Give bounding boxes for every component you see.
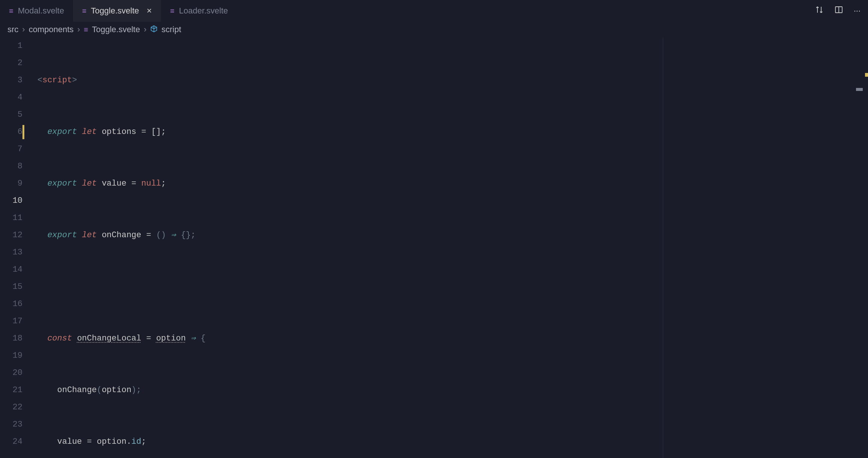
line-gutter: 1 2 3 4 5 6 7 8 9 10 11 12 13 14 15 16 1… (0, 37, 37, 458)
more-icon[interactable]: ··· (854, 6, 861, 16)
svelte-file-icon: ≡ (82, 7, 87, 15)
breadcrumb-segment[interactable]: src (7, 25, 18, 34)
tab-bar: ≡ Modal.svelte ≡ Toggle.svelte ✕ ≡ Loade… (0, 0, 868, 22)
chevron-right-icon: › (78, 25, 80, 34)
breadcrumb: src › components › ≡ Toggle.svelte › scr… (0, 22, 868, 37)
minimap-change-marker (865, 73, 868, 77)
svelte-file-icon: ≡ (84, 25, 88, 34)
breadcrumb-segment[interactable]: Toggle.svelte (92, 25, 140, 34)
chevron-right-icon: › (22, 25, 25, 34)
tab-label: Modal.svelte (18, 6, 64, 16)
close-icon[interactable]: ✕ (146, 7, 152, 15)
editor-ruler (663, 37, 663, 458)
tab-toggle[interactable]: ≡ Toggle.svelte ✕ (73, 0, 161, 22)
chevron-right-icon: › (144, 25, 146, 34)
tab-modal[interactable]: ≡ Modal.svelte (0, 0, 73, 22)
code-content[interactable]: <script> export let options = []; export… (37, 37, 868, 458)
minimap-cursor-marker (856, 88, 863, 91)
code-editor[interactable]: 1 2 3 4 5 6 7 8 9 10 11 12 13 14 15 16 1… (0, 37, 868, 458)
tab-label: Loader.svelte (179, 6, 228, 16)
svelte-file-icon: ≡ (170, 7, 174, 15)
tab-loader[interactable]: ≡ Loader.svelte (161, 0, 237, 22)
breadcrumb-segment[interactable]: script (161, 25, 181, 34)
breadcrumb-segment[interactable]: components (29, 25, 74, 34)
tab-label: Toggle.svelte (91, 6, 139, 16)
split-editor-icon[interactable] (834, 5, 843, 16)
tab-actions: ··· (815, 5, 861, 16)
symbol-icon (150, 25, 158, 34)
svelte-file-icon: ≡ (9, 7, 13, 15)
minimap[interactable] (857, 37, 868, 449)
compare-icon[interactable] (815, 5, 824, 16)
